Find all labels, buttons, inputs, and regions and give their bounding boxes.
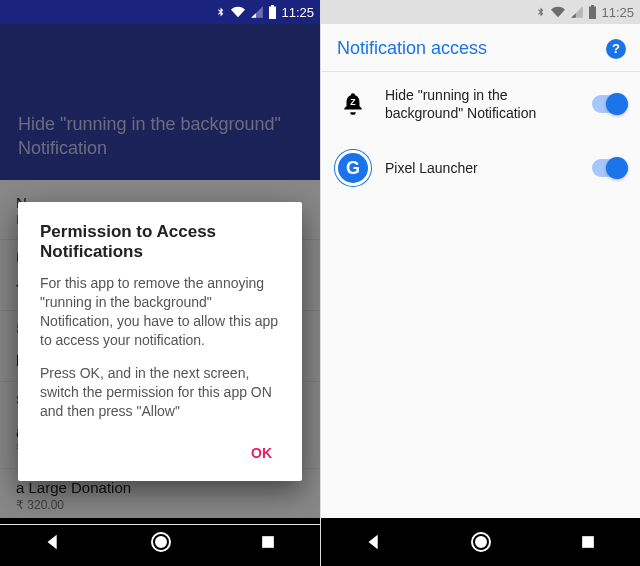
dialog-body-1: For this app to remove the annoying "run… bbox=[40, 274, 280, 350]
svg-text:Z: Z bbox=[350, 97, 356, 107]
setting-label: Pixel Launcher bbox=[385, 159, 578, 177]
signal-icon bbox=[570, 5, 584, 19]
recents-button[interactable] bbox=[258, 532, 278, 552]
battery-icon bbox=[588, 5, 597, 19]
bluetooth-icon bbox=[215, 5, 226, 19]
wifi-icon bbox=[230, 5, 246, 19]
ok-button[interactable]: OK bbox=[243, 439, 280, 467]
setting-label: Hide "running in the background" Notific… bbox=[385, 86, 578, 122]
back-button[interactable] bbox=[363, 531, 385, 553]
dialog-body-2: Press OK, and in the next screen, switch… bbox=[40, 364, 280, 421]
home-button[interactable] bbox=[149, 530, 173, 554]
home-button[interactable] bbox=[469, 530, 493, 554]
status-bar: 11:25 bbox=[0, 0, 320, 24]
screen-title-bar: Notification access ? bbox=[321, 24, 640, 72]
left-screenshot: 11:25 Hide "running in the background" N… bbox=[0, 0, 320, 566]
bluetooth-icon bbox=[535, 5, 546, 19]
signal-icon bbox=[250, 5, 264, 19]
battery-icon bbox=[268, 5, 277, 19]
nav-bar bbox=[0, 518, 320, 566]
wifi-icon bbox=[550, 5, 566, 19]
svg-rect-2 bbox=[262, 536, 274, 548]
status-bar: 11:25 bbox=[321, 0, 640, 24]
toggle-switch[interactable] bbox=[592, 159, 626, 177]
permission-dialog: Permission to Access Notifications For t… bbox=[18, 202, 302, 481]
svg-point-5 bbox=[476, 537, 486, 547]
status-time: 11:25 bbox=[601, 5, 634, 20]
setting-row-pixel-launcher[interactable]: G Pixel Launcher bbox=[321, 136, 640, 200]
svg-rect-6 bbox=[582, 536, 594, 548]
nav-bar bbox=[321, 518, 640, 566]
help-icon[interactable]: ? bbox=[606, 39, 626, 59]
back-button[interactable] bbox=[42, 531, 64, 553]
status-time: 11:25 bbox=[281, 5, 314, 20]
recents-button[interactable] bbox=[578, 532, 598, 552]
svg-point-1 bbox=[156, 537, 166, 547]
setting-row-hide-notification[interactable]: Z Hide "running in the background" Notif… bbox=[321, 72, 640, 136]
pixel-launcher-icon: G bbox=[335, 150, 371, 186]
right-screenshot: 11:25 Notification access ? Z Hide "runn… bbox=[320, 0, 640, 566]
screen-title: Notification access bbox=[337, 38, 487, 59]
dialog-title: Permission to Access Notifications bbox=[40, 222, 280, 262]
bell-snooze-icon: Z bbox=[335, 86, 371, 122]
toggle-switch[interactable] bbox=[592, 95, 626, 113]
